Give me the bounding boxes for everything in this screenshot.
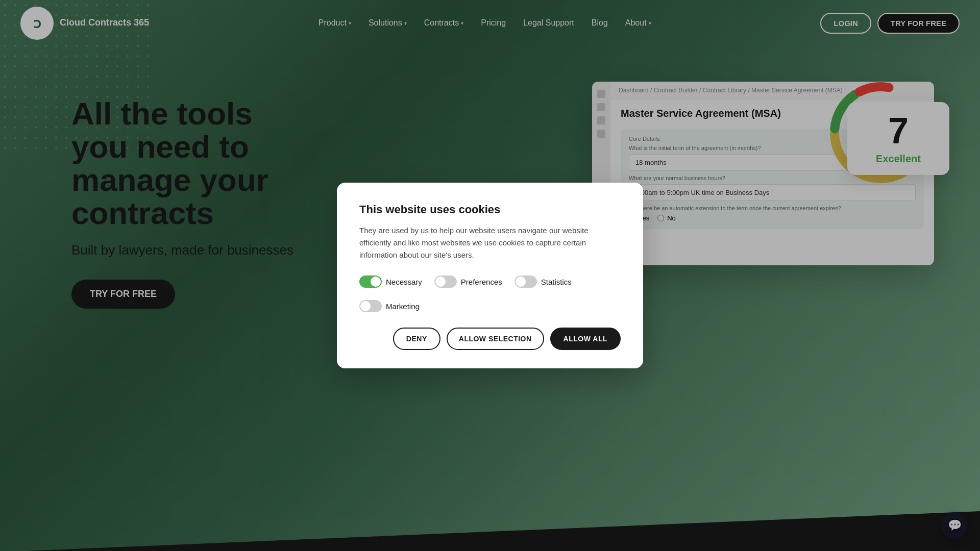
statistics-toggle[interactable] xyxy=(514,276,537,288)
cookie-modal-title: This website uses cookies xyxy=(359,203,621,216)
cookie-toggle-statistics: Statistics xyxy=(514,276,572,288)
marketing-label: Marketing xyxy=(386,302,420,311)
deny-button[interactable]: DENY xyxy=(393,328,440,350)
marketing-toggle[interactable] xyxy=(359,300,382,312)
cookie-modal: This website uses cookies They are used … xyxy=(337,183,643,368)
preferences-toggle[interactable] xyxy=(434,276,457,288)
allow-all-button[interactable]: ALLOW ALL xyxy=(550,328,621,350)
allow-selection-button[interactable]: ALLOW SELECTION xyxy=(447,328,544,350)
cookie-toggles: Necessary Preferences Statistics xyxy=(359,276,621,312)
cookie-buttons: DENY ALLOW SELECTION ALLOW ALL xyxy=(359,328,621,350)
cookie-toggle-marketing: Marketing xyxy=(359,300,420,312)
necessary-toggle[interactable] xyxy=(359,276,382,288)
cookie-modal-description: They are used by us to help our website … xyxy=(359,224,621,261)
necessary-label: Necessary xyxy=(386,278,422,286)
toggle-knob xyxy=(371,277,381,287)
preferences-label: Preferences xyxy=(461,278,502,286)
toggle-knob xyxy=(516,277,526,287)
statistics-label: Statistics xyxy=(541,278,572,286)
cookie-modal-overlay: This website uses cookies They are used … xyxy=(0,0,980,551)
cookie-toggle-necessary: Necessary xyxy=(359,276,422,288)
toggle-knob xyxy=(435,277,446,287)
cookie-toggle-preferences: Preferences xyxy=(434,276,502,288)
toggle-knob xyxy=(360,301,371,311)
